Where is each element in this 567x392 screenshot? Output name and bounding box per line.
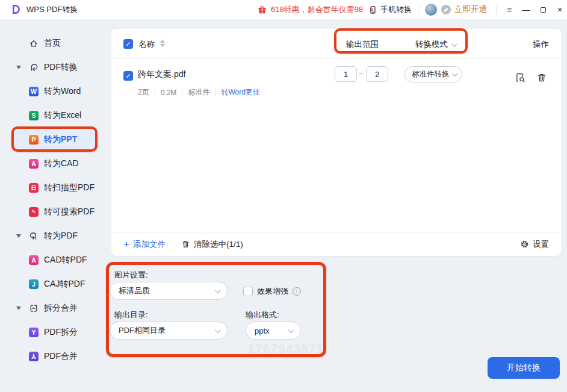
name-column-header: 名称 xyxy=(138,39,155,50)
image-settings-label: 图片设置: xyxy=(114,270,148,281)
sidebar-item-to-searchable-pdf[interactable]: ✎ 转可搜索PDF xyxy=(14,200,96,224)
suggestion-link[interactable]: 转Word更佳 xyxy=(221,87,259,98)
close-button[interactable]: × xyxy=(554,0,566,19)
mobile-convert-button[interactable]: 手机转换 xyxy=(368,0,412,19)
sidebar-item-to-cad[interactable]: A 转为CAD xyxy=(14,152,96,176)
sidebar-item-to-ppt[interactable]: P 转为PPT xyxy=(14,128,96,152)
divider xyxy=(215,89,215,96)
file-list-card: ✓ 名称 输出范围 转换模式 操作 ✓ 跨年文案.pdf 2页 0.2M 标准件… xyxy=(111,29,561,256)
sidebar-item-label: 拆分合并 xyxy=(44,303,78,314)
trash-icon xyxy=(181,240,190,249)
sidebar-item-to-word[interactable]: W 转为Word xyxy=(14,79,96,104)
watermark-text: 1767943871 xyxy=(248,342,324,356)
sidebar-item-to-pdf[interactable]: 转为PDF xyxy=(14,224,96,248)
sidebar-item-to-excel[interactable]: S 转为Excel xyxy=(14,104,96,128)
select-all-checkbox[interactable]: ✓ xyxy=(123,39,133,49)
member-badge-icon xyxy=(441,5,451,14)
effect-enhance-option[interactable]: 效果增强 i xyxy=(243,286,301,297)
sidebar-item-pdf-convert[interactable]: PDF转换 xyxy=(14,55,96,79)
range-to-input[interactable] xyxy=(366,66,388,82)
info-icon[interactable]: i xyxy=(293,287,301,296)
app-logo-icon xyxy=(10,4,22,16)
file-checkbox[interactable]: ✓ xyxy=(123,71,133,81)
add-file-button[interactable]: + 添加文件 xyxy=(123,239,166,250)
expanded-arrow-icon xyxy=(16,306,21,310)
promo-banner[interactable]: 618特惠，超会首年仅需98 × xyxy=(258,0,374,19)
pdf-merge-badge-icon: ⅄ xyxy=(29,352,39,361)
delete-file-icon[interactable] xyxy=(536,72,547,83)
excel-badge-icon: S xyxy=(29,111,39,120)
minimize-button[interactable]: — xyxy=(520,0,532,19)
image-quality-select[interactable]: 标清品质 xyxy=(110,282,228,300)
sidebar-item-label: CAJ转PDF xyxy=(44,279,85,290)
clear-selected-button[interactable]: 清除选中(1/1) xyxy=(181,239,243,250)
to-pdf-icon xyxy=(29,231,39,241)
start-convert-button[interactable]: 开始转换 xyxy=(488,357,560,379)
sidebar-item-to-scanned-pdf[interactable]: 日 转扫描型PDF xyxy=(14,176,96,200)
title-bar: WPS PDF转换 618特惠，超会首年仅需98 × 手机转换 立即开通 ≡ xyxy=(0,0,567,19)
sidebar-item-label: 转为Word xyxy=(44,86,81,97)
user-avatar[interactable] xyxy=(425,4,437,16)
promo-text: 618特惠，超会首年仅需98 xyxy=(271,4,363,15)
divider xyxy=(182,89,182,96)
expanded-arrow-icon xyxy=(16,66,21,69)
convert-mode-column-header[interactable]: 转换模式 xyxy=(415,39,456,50)
effect-enhance-checkbox[interactable] xyxy=(243,287,253,296)
output-dir-select[interactable]: PDF相同目录 xyxy=(110,322,228,340)
sidebar-item-label: PDF合并 xyxy=(44,351,78,362)
split-merge-icon xyxy=(29,303,39,313)
convert-mode-value: 标准件转换 xyxy=(412,69,450,79)
range-from-input[interactable] xyxy=(335,66,357,82)
menu-button[interactable]: ≡ xyxy=(503,0,515,19)
output-format-value: pptx xyxy=(255,326,270,335)
plus-icon: + xyxy=(123,239,129,249)
sidebar-item-pdf-split[interactable]: Y PDF拆分 xyxy=(14,320,96,344)
convert-mode-select[interactable]: 标准件转换 xyxy=(404,66,462,82)
phone-icon xyxy=(368,5,377,14)
sidebar-item-label: 转可搜索PDF xyxy=(44,207,94,217)
output-format-select[interactable]: pptx xyxy=(246,322,301,340)
gift-icon xyxy=(258,5,267,14)
sidebar-item-home[interactable]: 首页 xyxy=(14,31,96,55)
image-quality-value: 标清品质 xyxy=(119,285,150,296)
file-meta: 2页 0.2M 标准件 转Word更佳 xyxy=(138,87,260,98)
sort-down-icon xyxy=(160,44,165,47)
app-title: WPS PDF转换 xyxy=(26,4,78,15)
file-type-tag: 标准件 xyxy=(188,87,209,98)
upgrade-button[interactable]: 立即开通 xyxy=(454,0,487,19)
chevron-down-icon xyxy=(215,327,221,333)
word-badge-icon: W xyxy=(29,87,39,96)
divider xyxy=(496,5,497,14)
sidebar-item-cad-to-pdf[interactable]: A CAD转PDF xyxy=(14,248,96,272)
sort-toggle[interactable] xyxy=(160,40,165,47)
ppt-badge-icon: P xyxy=(29,135,39,145)
file-name: 跨年文案.pdf xyxy=(138,69,185,80)
sidebar-item-caj-to-pdf[interactable]: J CAJ转PDF xyxy=(14,272,96,296)
sidebar-item-label: 转为PDF xyxy=(44,231,78,241)
file-size: 0.2M xyxy=(161,89,177,97)
clear-selected-label: 清除选中(1/1) xyxy=(194,239,243,250)
check-icon: ✓ xyxy=(125,72,131,80)
chevron-down-icon xyxy=(451,41,457,47)
actions-column-header: 操作 xyxy=(533,39,549,50)
gear-icon xyxy=(520,240,529,249)
output-range-column-header: 输出范围 xyxy=(346,39,379,50)
chevron-down-icon xyxy=(452,70,458,76)
mobile-convert-label: 手机转换 xyxy=(380,4,412,15)
chevron-down-icon xyxy=(288,327,294,333)
sort-up-icon xyxy=(160,40,165,43)
sidebar-item-label: PDF转换 xyxy=(44,62,78,73)
scanned-pdf-badge-icon: 日 xyxy=(29,183,39,193)
sidebar-item-label: 转为Excel xyxy=(44,110,81,121)
settings-label: 设置 xyxy=(533,239,549,250)
sidebar-item-split-merge[interactable]: 拆分合并 xyxy=(14,296,96,320)
settings-button[interactable]: 设置 xyxy=(520,239,549,250)
chevron-down-icon xyxy=(215,287,221,293)
divider xyxy=(155,89,155,96)
preview-file-icon[interactable] xyxy=(515,72,526,83)
maximize-button[interactable] xyxy=(537,0,549,19)
check-icon: ✓ xyxy=(125,40,131,48)
sidebar-item-pdf-merge[interactable]: ⅄ PDF合并 xyxy=(14,344,96,369)
sidebar-item-label: 转为PPT xyxy=(44,134,77,145)
app-identity: WPS PDF转换 xyxy=(10,0,78,19)
